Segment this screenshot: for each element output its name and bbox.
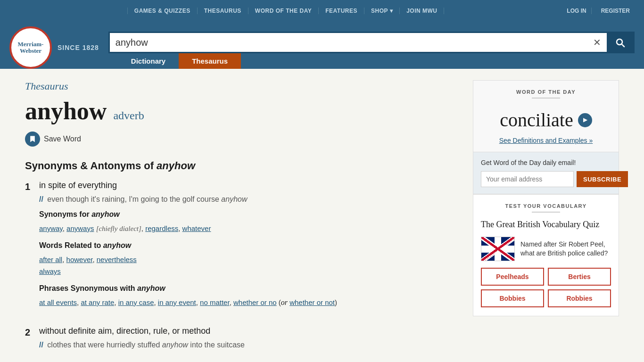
synonyms-for-title: Synonyms for anyhow [39, 210, 459, 219]
tab-dictionary[interactable]: Dictionary [118, 53, 179, 69]
right-sidebar: WORD OF THE DAY conciliate See Definitio… [473, 80, 619, 362]
related-words-list: after all, however, nevertheless always [39, 254, 459, 278]
search-input[interactable] [110, 33, 587, 52]
email-row: SUBSCRIBE [481, 171, 611, 187]
wotd-divider [532, 98, 560, 99]
page-type-label: Thesaurus [25, 80, 459, 92]
nav-join-mwu[interactable]: JOIN MWU [400, 8, 444, 14]
sense-definition-2: without definite aim, direction, rule, o… [39, 326, 459, 336]
dict-tabs: Dictionary Thesaurus [118, 53, 635, 69]
save-word-row: Save Word [25, 132, 459, 147]
header-inner: Merriam- Webster SINCE 1828 ✕ Dictionary [0, 22, 644, 69]
word-heading: anyhow adverb [25, 97, 459, 125]
wotd-label: WORD OF THE DAY [481, 89, 611, 95]
vocab-quiz-title: The Great British Vocabulary Quiz [481, 219, 611, 230]
nav-links: GAMES & QUIZZES THESAURUS WORD OF THE DA… [9, 8, 562, 14]
wotd-definitions-link[interactable]: See Definitions and Examples » [499, 137, 593, 144]
vocab-quiz-row: Named after Sir Robert Peel, what are Br… [481, 237, 611, 261]
example-text-1: even though it's raining, I'm going to t… [47, 195, 247, 203]
quiz-answer-bobbies[interactable]: Bobbies [481, 289, 544, 307]
phrase-in-any-event[interactable]: in any event [158, 298, 196, 306]
word-link-whatever[interactable]: whatever [182, 224, 211, 232]
example-text-2: clothes that were hurriedly stuffed anyh… [47, 341, 245, 349]
phrase-in-any-case[interactable]: in any case [118, 298, 154, 306]
quiz-answer-robbies[interactable]: Robbies [548, 289, 611, 307]
phrase-whether-or-not[interactable]: whether or not [289, 298, 335, 306]
since-text: SINCE 1828 [58, 44, 99, 51]
left-content: Thesaurus anyhow adverb Save Word Synony… [25, 80, 459, 362]
vocab-card: TEST YOUR VOCABULARY The Great British V… [473, 194, 619, 316]
nav-word-of-the-day[interactable]: WORD OF THE DAY [248, 8, 319, 14]
nav-thesaurus[interactable]: THESAURUS [198, 8, 248, 14]
related-words-title: Words Related to anyhow [39, 241, 459, 250]
register-link[interactable]: REGISTER [596, 8, 635, 14]
svg-line-2 [481, 237, 515, 261]
quiz-answer-berties[interactable]: Berties [548, 268, 611, 286]
search-area: ✕ Dictionary Thesaurus [108, 32, 635, 69]
phrases-list: at all events, at any rate, in any case,… [39, 296, 459, 309]
word-link-anyways[interactable]: anyways [66, 224, 94, 232]
vocab-header: TEST YOUR VOCABULARY [481, 203, 611, 213]
synonyms-heading: Synonyms & Antonyms of anyhow [25, 160, 459, 172]
wotd-link: See Definitions and Examples » [473, 135, 619, 152]
phrase-at-any-rate[interactable]: at any rate [81, 298, 114, 306]
svg-line-3 [481, 237, 515, 261]
email-section: Get Word of the Day daily email! SUBSCRI… [473, 152, 619, 194]
search-submit-button[interactable] [607, 33, 633, 52]
quiz-answers: Peelheads Berties Bobbies Robbies [481, 268, 611, 307]
dialect-note: [chiefly dialect] [96, 225, 141, 232]
email-input[interactable] [481, 171, 574, 187]
subscribe-button[interactable]: SUBSCRIBE [577, 171, 628, 187]
top-nav: GAMES & QUIZZES THESAURUS WORD OF THE DA… [0, 0, 644, 22]
word-pos: adverb [113, 109, 144, 122]
search-bar: ✕ [108, 32, 635, 53]
word-link-after-all[interactable]: after all [39, 255, 62, 263]
sense-block-1: 1 in spite of everything // even though … [25, 181, 459, 315]
sense-block-2: 2 without definite aim, direction, rule,… [25, 326, 459, 356]
word-link-nevertheless[interactable]: nevertheless [97, 255, 137, 263]
nav-games-quizzes[interactable]: GAMES & QUIZZES [127, 8, 198, 14]
tab-thesaurus[interactable]: Thesaurus [179, 53, 241, 69]
synonyms-list: anyway, anyways [chiefly dialect], regar… [39, 222, 459, 235]
example-slash-2: // [39, 341, 43, 349]
svg-rect-6 [481, 247, 515, 252]
bookmark-svg [29, 135, 36, 143]
phrase-or-label: or [281, 298, 288, 306]
sense-number-2: 2 [25, 327, 30, 338]
word-link-anyway[interactable]: anyway [39, 224, 63, 232]
wotd-word: conciliate [473, 105, 619, 135]
word-link-always[interactable]: always [39, 267, 61, 275]
quiz-answer-peelheads[interactable]: Peelheads [481, 268, 544, 286]
audio-button[interactable] [578, 113, 592, 127]
word-link-however[interactable]: however [66, 255, 93, 263]
save-word-text[interactable]: Save Word [44, 135, 81, 143]
uk-flag-svg [481, 237, 515, 261]
example-slash: // [39, 195, 43, 203]
wotd-word-text: conciliate [500, 109, 573, 131]
wotd-card: WORD OF THE DAY conciliate See Definitio… [473, 80, 619, 194]
main-layout: Thesaurus anyhow adverb Save Word Synony… [16, 69, 628, 362]
quiz-question: Named after Sir Robert Peel, what are Br… [520, 240, 611, 258]
nav-features[interactable]: FEATURES [319, 8, 364, 14]
phrase-at-all-events[interactable]: at all events [39, 298, 77, 306]
word-link-regardless[interactable]: regardless [145, 224, 178, 232]
sense-example-2: // clothes that were hurriedly stuffed a… [39, 341, 459, 349]
phrases-title: Phrases Synonymous with anyhow [39, 284, 459, 293]
search-clear-button[interactable]: ✕ [587, 33, 607, 52]
sense-definition-1: in spite of everything [39, 181, 459, 190]
header: Merriam- Webster SINCE 1828 ✕ Dictionary [0, 22, 644, 69]
nav-shop[interactable]: SHOP ▾ [364, 8, 400, 14]
logo-area: Merriam- Webster SINCE 1828 [9, 26, 99, 69]
svg-rect-0 [481, 237, 515, 261]
email-label: Get Word of the Day daily email! [481, 159, 611, 166]
word-title: anyhow [25, 97, 107, 125]
phrase-no-matter[interactable]: no matter [200, 298, 230, 306]
vocab-label: TEST YOUR VOCABULARY [481, 203, 611, 209]
bookmark-icon[interactable] [25, 132, 40, 147]
phrase-whether-or-no[interactable]: whether or no [233, 298, 277, 306]
svg-rect-5 [495, 237, 501, 261]
auth-links: LOG IN REGISTER [562, 8, 635, 14]
sense-number-1: 1 [25, 181, 30, 192]
logo[interactable]: Merriam- Webster [9, 26, 52, 69]
login-link[interactable]: LOG IN [562, 8, 591, 14]
